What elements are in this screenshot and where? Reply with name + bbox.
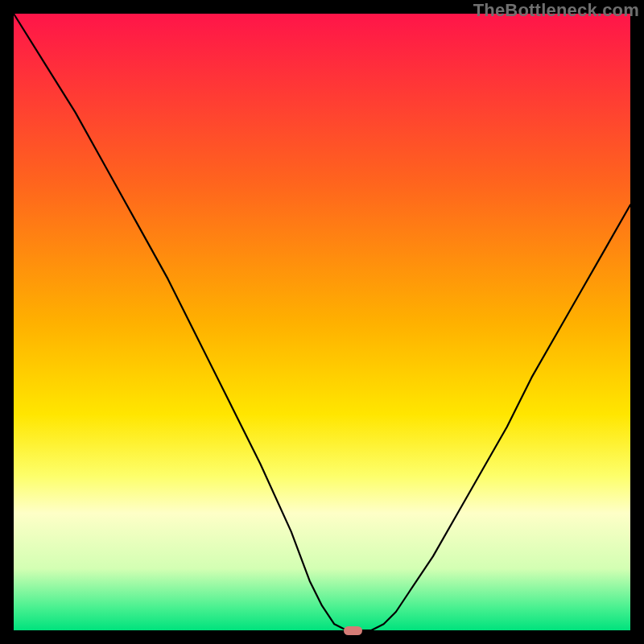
- valley-marker: [344, 626, 362, 635]
- plot-area: [14, 14, 630, 630]
- chart-stage: TheBottleneck.com: [0, 0, 644, 644]
- curve-line: [14, 14, 630, 630]
- curve-svg: [14, 14, 630, 630]
- watermark-text: TheBottleneck.com: [473, 0, 639, 21]
